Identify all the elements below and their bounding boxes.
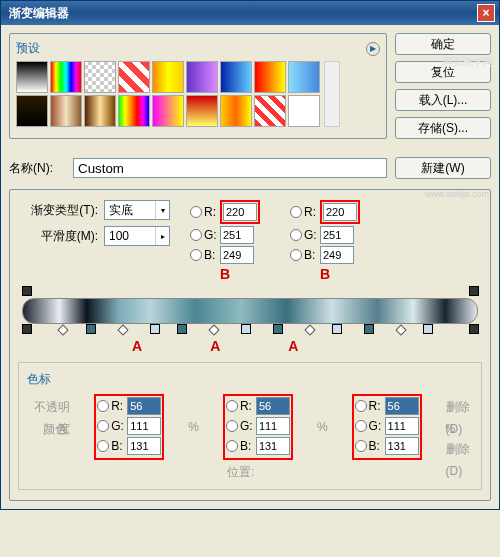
gradient-track[interactable] — [22, 298, 478, 324]
annotation-a: A — [132, 338, 142, 354]
midpoint-stop[interactable] — [304, 324, 315, 335]
gradient-type-label: 渐变类型(T): — [18, 202, 98, 219]
new-button[interactable]: 新建(W) — [395, 157, 491, 179]
preset-swatch[interactable] — [118, 95, 150, 127]
rgb-group-b2: R: G: B: B — [290, 200, 360, 282]
smoothness-combo[interactable]: ▸ — [104, 226, 170, 246]
annotation-b: B — [290, 266, 360, 282]
close-icon[interactable]: × — [477, 4, 495, 22]
ok-button[interactable]: 确定 — [395, 33, 491, 55]
opacity-stop[interactable] — [469, 286, 479, 296]
r-radio[interactable] — [190, 206, 202, 218]
color-stop[interactable] — [332, 324, 342, 334]
rgb-group-b1: R: G: B: B — [190, 200, 260, 282]
color-stop[interactable] — [273, 324, 283, 334]
name-input[interactable] — [73, 158, 387, 178]
midpoint-stop[interactable] — [208, 324, 219, 335]
annotation-a: A — [210, 338, 220, 354]
presets-menu-icon[interactable]: ▶ — [366, 42, 380, 56]
preset-swatch[interactable] — [118, 61, 150, 93]
position-label: 位置: — [27, 464, 473, 481]
r-input[interactable] — [223, 203, 257, 221]
color-stop[interactable] — [22, 324, 32, 334]
preset-swatch[interactable] — [152, 95, 184, 127]
chevron-down-icon[interactable]: ▾ — [155, 201, 169, 219]
stops-panel: 色标 不透明度 颜色: R: G: B: % R: G: B — [18, 362, 482, 490]
color-stop[interactable] — [177, 324, 187, 334]
annotation-b: B — [190, 266, 260, 282]
r-input[interactable] — [323, 203, 357, 221]
b-input[interactable] — [220, 246, 254, 264]
color-stop[interactable] — [86, 324, 96, 334]
stops-title: 色标 — [27, 371, 473, 388]
b-radio[interactable] — [190, 249, 202, 261]
color-stop[interactable] — [241, 324, 251, 334]
preset-scrollbar[interactable] — [324, 61, 340, 127]
opacity-label: 不透明度 — [27, 396, 70, 418]
midpoint-stop[interactable] — [117, 324, 128, 335]
content: 网页教学网 预设 ▶ 确定 复位 载入(L)... 存储(S)... www.w… — [1, 25, 499, 509]
watermark-top: 网页教学网 — [443, 55, 493, 69]
r-radio[interactable] — [290, 206, 302, 218]
preset-swatch[interactable] — [16, 95, 48, 127]
g-radio[interactable] — [290, 229, 302, 241]
gradient-settings: 渐变类型(T): ▾ 平滑度(M): ▸ — [9, 189, 491, 501]
preset-swatch[interactable] — [220, 61, 252, 93]
rgb-group-a3: R: G: B: — [352, 394, 422, 460]
preset-swatch[interactable] — [84, 95, 116, 127]
smoothness-label: 平滑度(M): — [18, 228, 98, 245]
delete-button[interactable]: 删除(D) — [446, 396, 473, 418]
preset-swatch[interactable] — [152, 61, 184, 93]
chevron-down-icon[interactable]: ▸ — [155, 227, 169, 245]
presets-label: 预设 — [16, 40, 40, 57]
midpoint-stop[interactable] — [395, 324, 406, 335]
midpoint-stop[interactable] — [58, 324, 69, 335]
titlebar: 渐变编辑器 × — [1, 1, 499, 25]
preset-swatch[interactable] — [186, 61, 218, 93]
preset-swatch[interactable] — [220, 95, 252, 127]
g-input[interactable] — [220, 226, 254, 244]
preset-swatch[interactable] — [186, 95, 218, 127]
color-stop[interactable] — [469, 324, 479, 334]
rgb-group-a2: R: G: B: — [223, 394, 293, 460]
color-label: 颜色: — [27, 418, 70, 440]
rgb-group-a1: R: G: B: — [94, 394, 164, 460]
watermark-url: www.webjx.com — [425, 189, 489, 199]
preset-swatch[interactable] — [50, 61, 82, 93]
preset-swatch[interactable] — [288, 95, 320, 127]
gradient-editor-window: 渐变编辑器 × 网页教学网 预设 ▶ 确定 复位 载入(L)... 存储(S).… — [0, 0, 500, 510]
b-input[interactable] — [320, 246, 354, 264]
preset-swatch[interactable] — [50, 95, 82, 127]
annotation-a: A — [288, 338, 298, 354]
presets-panel: 预设 ▶ — [9, 33, 387, 139]
gradient-bar[interactable] — [22, 298, 478, 324]
g-input[interactable] — [320, 226, 354, 244]
b-radio[interactable] — [290, 249, 302, 261]
gradient-type-combo[interactable]: ▾ — [104, 200, 170, 220]
preset-swatches — [16, 61, 320, 127]
delete-button[interactable]: 删除(D) — [446, 438, 473, 460]
window-title: 渐变编辑器 — [5, 5, 69, 22]
color-stop[interactable] — [423, 324, 433, 334]
save-button[interactable]: 存储(S)... — [395, 117, 491, 139]
preset-swatch[interactable] — [84, 61, 116, 93]
preset-swatch[interactable] — [254, 61, 286, 93]
g-radio[interactable] — [190, 229, 202, 241]
color-stop[interactable] — [150, 324, 160, 334]
load-button[interactable]: 载入(L)... — [395, 89, 491, 111]
opacity-stop[interactable] — [22, 286, 32, 296]
name-label: 名称(N): — [9, 160, 65, 177]
preset-swatch[interactable] — [16, 61, 48, 93]
color-stop[interactable] — [364, 324, 374, 334]
preset-swatch[interactable] — [288, 61, 320, 93]
preset-swatch[interactable] — [254, 95, 286, 127]
